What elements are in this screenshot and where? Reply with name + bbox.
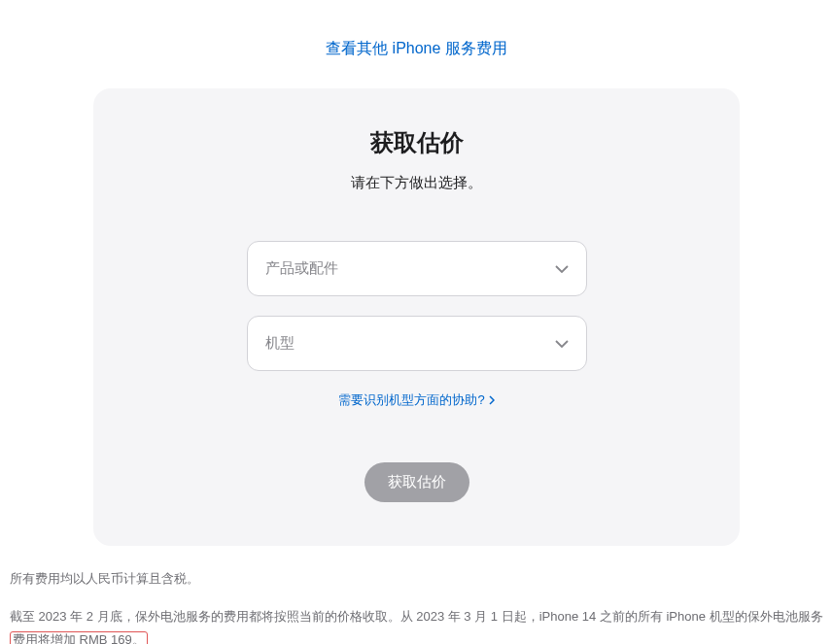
chevron-down-icon [555,340,569,348]
help-link-label: 需要识别机型方面的协助? [338,391,484,409]
estimate-card: 获取估价 请在下方做出选择。 产品或配件 机型 需要识别机型方面的协助? 获取估… [93,88,740,546]
get-estimate-button[interactable]: 获取估价 [364,462,469,502]
footer-notes: 所有费用均以人民币计算且含税。 截至 2023 年 2 月底，保外电池服务的费用… [0,546,833,644]
chevron-right-icon [489,395,495,405]
footer-line2: 截至 2023 年 2 月底，保外电池服务的费用都将按照当前的价格收取。从 20… [10,605,823,644]
product-select-placeholder: 产品或配件 [265,259,338,278]
model-select-placeholder: 机型 [265,334,295,353]
price-increase-highlight: 费用将增加 RMB 169。 [10,631,148,644]
other-services-link[interactable]: 查看其他 iPhone 服务费用 [326,40,507,56]
identify-model-help-link[interactable]: 需要识别机型方面的协助? [338,391,494,409]
card-title: 获取估价 [132,127,701,158]
chevron-down-icon [555,265,569,273]
product-select[interactable]: 产品或配件 [247,241,587,296]
model-select[interactable]: 机型 [247,316,587,371]
footer-line1: 所有费用均以人民币计算且含税。 [10,567,823,592]
card-subtitle: 请在下方做出选择。 [132,174,701,192]
